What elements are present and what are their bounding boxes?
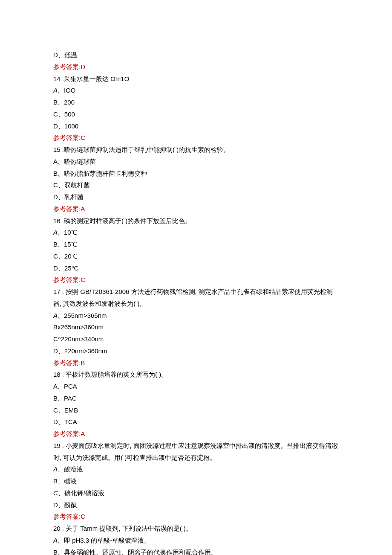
document-content: D、低温参考答案:D14 .采集水量一般达 Om1OA、IOOB、200C、50… — [53, 49, 339, 555]
answer-line: 参考答案:A — [53, 428, 339, 440]
option-line: A、嗜热链球菌 — [53, 156, 339, 168]
option-letter: A — [53, 229, 58, 236]
answer-line: 参考答案:A — [53, 203, 339, 215]
option-line: B、碱液 — [53, 475, 339, 487]
answer-line: 参考答案:C — [53, 132, 339, 144]
option-line: B、具备弱酸性、还原性、阴离子的代换作用和配合作用。 — [53, 546, 339, 555]
option-line: D、低温 — [53, 49, 339, 61]
answer-line: 参考答案:B — [53, 357, 339, 369]
option-line: C、双歧杆菌 — [53, 179, 339, 191]
option-line: C、20℃ — [53, 250, 339, 262]
option-line: D、乳杆菌 — [53, 191, 339, 203]
option-letter: A — [53, 87, 58, 94]
option-line: C^220nm>340nm — [53, 333, 339, 345]
option-line: B、嗜热脂肪芽胞杆菌卡利德变种 — [53, 168, 339, 180]
question-line: 16 .磷的测定时样液高于( )的条件下放置后比色。 — [53, 215, 339, 227]
option-line: A、即 pH3.3 的草酸-草酸镀溶液。 — [53, 535, 339, 546]
option-line: C、EMB — [53, 404, 339, 416]
answer-line: 参考答案:C — [53, 511, 339, 523]
question-line: 15 .嗜热链球菌抑制法适用于鲜乳中能抑制( )的抗生素的检验。 — [53, 144, 339, 156]
question-line: 18 . 平板计数琼脂培养的英文所写为( )。 — [53, 369, 339, 381]
option-line: A、酸溶液 — [53, 463, 339, 475]
answer-line: 参考答案:C — [53, 274, 339, 286]
option-line: D、25⁰C — [53, 262, 339, 274]
option-line: D、TCA — [53, 416, 339, 428]
option-line: A、10℃ — [53, 227, 339, 238]
option-line: C、碘化钾/碘溶液 — [53, 487, 339, 499]
question-line: 14 .采集水量一般达 Om1O — [53, 73, 339, 85]
option-line: B、PAC — [53, 392, 339, 404]
option-line: D、220nm>360nm — [53, 345, 339, 357]
option-line: D、酚酞 — [53, 499, 339, 511]
question-line: 19 . 小麦面筋吸水量测定时, 面团洗涤过程中应注意观察洗涤室中排出液的清澈度… — [53, 440, 339, 464]
option-line: A、IOO — [53, 84, 339, 96]
option-letter: C — [53, 489, 58, 497]
option-line: Bx265nm>360nm — [53, 321, 339, 333]
question-line: 17 . 按照 GB/T20361-2006 方法进行药物残留检测, 测定水产品… — [53, 286, 339, 310]
answer-line: 参考答案:D — [53, 61, 339, 73]
option-letter: A — [53, 312, 58, 319]
option-line: B、15℃ — [53, 238, 339, 250]
question-line: 20 . 关于 Tamm 提取剂, 下列说法中错误的是( )。 — [53, 523, 339, 535]
option-letter: A — [53, 537, 58, 544]
option-line: D、1000 — [53, 120, 339, 132]
option-line: B、200 — [53, 96, 339, 108]
option-letter: A — [53, 465, 58, 473]
option-line: A、PCA — [53, 381, 339, 392]
option-line: C、500 — [53, 108, 339, 120]
option-line: A、255nm>365nm — [53, 310, 339, 322]
